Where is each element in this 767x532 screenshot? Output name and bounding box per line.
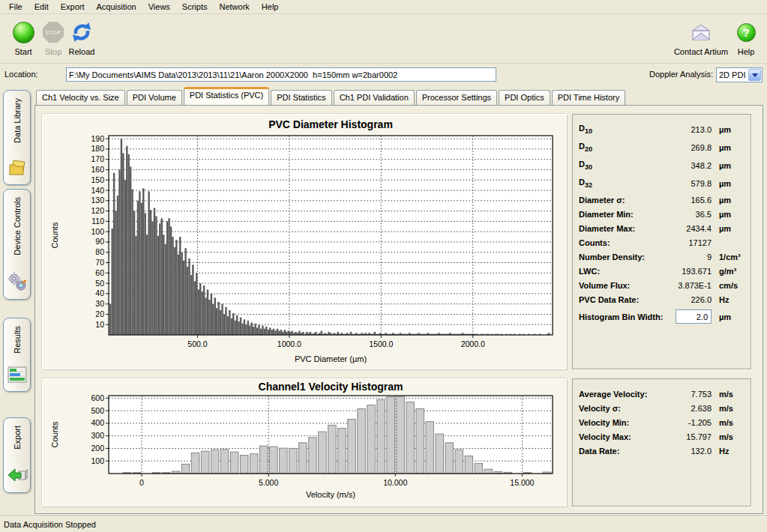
menu-item-file[interactable]: File [3,1,28,13]
stat-unit: µm [712,179,745,188]
stat-value: 9 [665,253,712,262]
svg-text:40: 40 [95,288,104,297]
stat-label: Diameter Max: [579,224,665,233]
tab-strip: Ch1 Velocity vs. SizePDI VolumePDI Stati… [36,88,763,105]
menu-item-views[interactable]: Views [142,1,176,13]
stat-value: 165.6 [665,196,712,205]
help-button[interactable]: ? Help [729,19,763,56]
envelope-icon [690,23,712,41]
stat-label: Velocity Max: [579,432,665,441]
svg-text:10.000: 10.000 [383,478,407,487]
svg-text:400: 400 [91,418,104,427]
sidebar-item-data-library[interactable]: Data Library [3,90,31,185]
menu-item-scripts[interactable]: Scripts [176,1,214,13]
tab-pdi-volume[interactable]: PDI Volume [127,90,182,105]
sidebar-item-results[interactable]: Results [3,318,31,392]
location-row: Location: Doppler Analysis: 2D PDI [0,64,767,85]
stat-row: LWC:193.671g/m³ [579,264,745,278]
svg-text:90: 90 [95,237,104,246]
svg-text:130: 130 [91,196,104,205]
location-input[interactable] [66,67,496,82]
svg-text:30: 30 [95,299,104,308]
svg-text:15.000: 15.000 [510,478,534,487]
stat-row: PVC Data Rate:226.0Hz [579,292,745,306]
svg-text:Counts: Counts [50,421,59,447]
stat-unit: µm [712,210,745,219]
tab-pdi-statistics-pvc[interactable]: PDI Statistics (PVC) [184,87,269,105]
menu-item-edit[interactable]: Edit [28,1,55,13]
tab-ch1-velocity-vs-size[interactable]: Ch1 Velocity vs. Size [36,90,125,105]
tab-pdi-time-history[interactable]: PDI Time History [552,90,626,105]
svg-text:0: 0 [139,478,144,487]
bar-chart-icon [7,366,27,385]
svg-text:20: 20 [95,309,104,318]
stat-label: Counts: [579,238,665,247]
sidebar: Data LibraryDevice ControlsResultsExport [0,85,34,516]
stat-row: D20269.8µm [579,139,745,157]
reload-button-label: Reload [64,47,99,56]
location-label: Location: [4,70,38,79]
folders-icon [7,159,27,178]
svg-text:10: 10 [95,320,104,329]
svg-text:140: 140 [91,186,104,195]
svg-text:1000.0: 1000.0 [277,339,301,348]
tab-pdi-statistics[interactable]: PDI Statistics [271,90,331,105]
stat-row: Data Rate:132.0Hz [579,444,745,458]
svg-text:1500.0: 1500.0 [369,339,393,348]
svg-text:600: 600 [91,393,104,402]
svg-text:5.000: 5.000 [259,478,278,487]
menu-item-network[interactable]: Network [213,1,255,13]
svg-text:Channel1 Velocity Histogram: Channel1 Velocity Histogram [259,381,403,393]
stat-unit: 1/cm³ [712,253,745,262]
velocity-stats-panel: Average Velocity:7.753m/sVelocity σ:2.63… [572,378,751,507]
svg-text:110: 110 [91,217,104,226]
menu-item-help[interactable]: Help [256,1,285,13]
svg-text:70: 70 [95,258,104,267]
reload-icon [70,21,93,43]
stat-label: Number Density: [579,253,665,262]
svg-text:120: 120 [91,206,104,215]
stat-row: D10213.0µm [579,121,745,139]
stat-value: 7.753 [665,390,712,399]
start-icon [13,22,34,43]
svg-text:160: 160 [91,165,104,174]
svg-text:190: 190 [91,134,104,143]
stat-unit: cm/s [712,281,745,290]
stat-value: 348.2 [665,161,712,170]
stat-unit: µm [712,224,745,233]
stat-value: -1.205 [665,418,712,427]
sidebar-item-device-controls[interactable]: Device Controls [3,189,31,300]
svg-text:500: 500 [91,406,104,415]
pvc-diameter-histogram-chart: 1020304050607080901001101201301401501601… [43,115,566,369]
histogram-bin-width-input[interactable] [676,309,712,324]
status-text: Data Acquisition Stopped [4,520,96,529]
svg-text:100: 100 [91,456,104,465]
sidebar-item-export[interactable]: Export [3,417,31,493]
chevron-down-icon[interactable] [748,69,761,81]
doppler-analysis-select[interactable]: 2D PDI [716,67,763,82]
menu-item-acquisition[interactable]: Acquisition [91,1,142,13]
stat-unit: Hz [712,447,745,456]
reload-button[interactable]: Reload [64,19,99,56]
stat-unit: µm [712,125,745,134]
stat-unit: m/s [712,390,745,399]
stat-row: Velocity Max:15.797m/s [579,429,745,444]
pvc-diameter-histogram-panel: 1020304050607080901001101201301401501601… [42,114,567,369]
stat-label: D10 [579,124,665,135]
menu-item-export[interactable]: Export [55,1,91,13]
tab-processor-settings[interactable]: Processor Settings [416,90,497,105]
stat-label: Diameter σ: [579,196,665,205]
svg-text:150: 150 [91,175,104,184]
tab-ch1-pdi-validation[interactable]: Ch1 PDI Validation [334,90,415,105]
stat-unit: m/s [712,404,745,413]
contact-artium-button[interactable]: Contact Artium [672,19,730,56]
stat-row: Diameter Min:36.5µm [579,207,745,221]
tab-pdi-optics[interactable]: PDI Optics [499,90,550,105]
stat-label: LWC: [579,267,665,276]
svg-text:PVC Diameter Histogram: PVC Diameter Histogram [268,118,393,130]
stat-value: 17127 [665,238,712,247]
stat-row: Number Density:91/cm³ [579,250,745,264]
stat-value: 193.671 [665,267,712,276]
svg-text:PVC Diameter (µm): PVC Diameter (µm) [295,354,367,363]
stat-row: Velocity σ:2.638m/s [579,401,745,415]
